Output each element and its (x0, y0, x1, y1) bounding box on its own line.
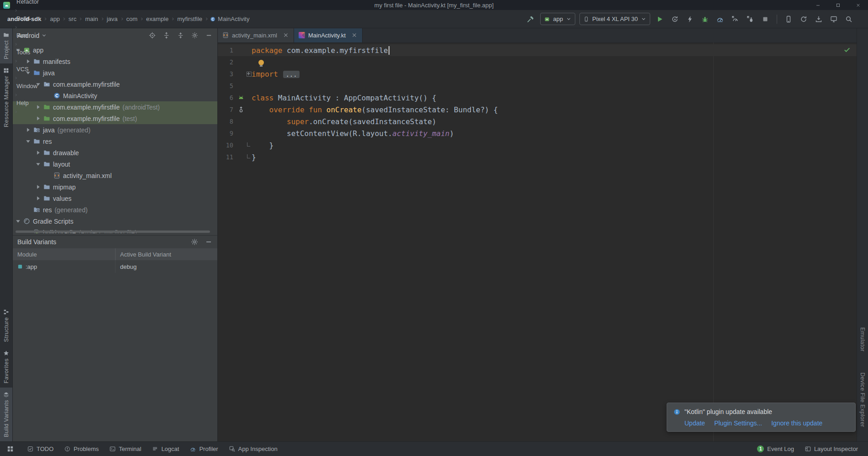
stripe-button-structure[interactable]: Structure (0, 305, 12, 346)
tree-item-app[interactable]: app (13, 44, 217, 56)
settings-button[interactable] (190, 31, 199, 40)
tree-item-java[interactable]: java (13, 67, 217, 79)
code-line-9[interactable]: 9 setContentView(R.layout.activity_main) (218, 127, 857, 139)
code-line-5[interactable]: 5 (218, 80, 857, 92)
stripe-button-resource-manager[interactable]: Resource Manager (0, 63, 12, 131)
editor-tab-activity-main-xml[interactable]: activity_main.xml (218, 28, 294, 42)
horizontal-scrollbar[interactable] (16, 231, 210, 233)
code-editor[interactable]: 1package com.example.myfirstfile23import… (218, 42, 857, 441)
stop-button[interactable] (760, 14, 771, 25)
override-gutter-icon[interactable] (237, 106, 246, 113)
tree-item-com-example-myfirstfile-test[interactable]: com.example.myfirstfile(test) (13, 113, 217, 124)
menu-item-build[interactable]: Build (14, 14, 42, 24)
build-variants-hide-button[interactable] (205, 238, 213, 246)
breadcrumb-java[interactable]: java (106, 15, 119, 23)
tree-collapsed-arrow-icon[interactable] (26, 127, 33, 132)
tree-item-java-generated[interactable]: java(generated) (13, 124, 217, 136)
stripe-button-device-file-explorer[interactable]: Device File Explorer (857, 370, 868, 430)
close-tab-icon[interactable] (283, 32, 289, 38)
maximize-button[interactable] (828, 0, 848, 10)
build-button[interactable] (525, 14, 536, 25)
fold-marker-end[interactable] (246, 139, 252, 151)
stripe-button-favorites[interactable]: Favorites (0, 346, 12, 388)
notification-action-ignore-this-update[interactable]: Ignore this update (771, 419, 822, 427)
breadcrumb-main[interactable]: main (84, 15, 99, 23)
tree-collapsed-arrow-icon[interactable] (36, 184, 43, 189)
attach-debugger-button[interactable] (745, 14, 756, 25)
debug-button[interactable] (700, 14, 710, 25)
code-line-3[interactable]: 3import ... (218, 68, 857, 80)
breadcrumb-src[interactable]: src (68, 15, 77, 23)
menu-item-window[interactable]: Window (14, 81, 42, 91)
active-build-variant[interactable]: debug (115, 260, 217, 273)
tree-collapsed-arrow-icon[interactable] (36, 196, 43, 201)
android-head-gutter-icon[interactable] (237, 94, 246, 101)
menu-item-refactor[interactable]: Refactor (14, 0, 42, 7)
statusbar-item-problems[interactable]: Problems (59, 442, 104, 456)
close-tab-icon[interactable] (351, 32, 358, 38)
tree-expanded-arrow-icon[interactable] (36, 162, 43, 167)
tree-item-mainactivity[interactable]: MainActivity (13, 90, 217, 101)
stripe-button-build-variants[interactable]: Build Variants (0, 388, 12, 441)
editor-tab-mainactivity-kt[interactable]: MainActivity.kt (294, 28, 363, 42)
tree-item-drawable[interactable]: drawable (13, 147, 217, 158)
sync-project-button[interactable] (798, 14, 809, 25)
profile-button[interactable] (715, 14, 726, 25)
inspection-ok-icon[interactable] (843, 46, 851, 53)
breadcrumb-com[interactable]: com (126, 15, 139, 23)
tree-item-values[interactable]: values (13, 193, 217, 204)
tree-item-gradle-scripts[interactable]: Gradle Scripts (13, 215, 217, 227)
tree-item-mipmap[interactable]: mipmap (13, 181, 217, 193)
notification-action-plugin-settings[interactable]: Plugin Settings... (714, 419, 762, 427)
run-button[interactable] (654, 14, 665, 25)
tree-item-activity-main-xml[interactable]: activity_main.xml (13, 170, 217, 181)
fold-marker-end[interactable] (246, 151, 252, 163)
code-line-7[interactable]: 7 override fun onCreate(savedInstanceSta… (218, 104, 857, 115)
breadcrumb-mainactivity[interactable]: MainActivity (217, 15, 250, 23)
hide-button[interactable] (205, 31, 213, 40)
device-manager-button[interactable] (783, 14, 794, 25)
breadcrumb-myfirstfile[interactable]: myfirstfile (176, 15, 203, 23)
notification-action-update[interactable]: Update (684, 419, 705, 427)
search-everywhere-button[interactable] (843, 14, 854, 25)
stripe-button-emulator[interactable]: Emulator (857, 325, 868, 354)
apply-changes-button[interactable] (669, 14, 680, 25)
select-opened-file-button[interactable] (148, 31, 156, 40)
statusbar-item-event-log[interactable]: 1Event Log (752, 442, 800, 456)
code-line-6[interactable]: 6class MainActivity : AppCompatActivity(… (218, 92, 857, 104)
code-line-11[interactable]: 11} (218, 151, 857, 163)
statusbar-item-app-inspection[interactable]: App Inspection (224, 442, 283, 456)
tree-item-com-example-myfirstfile-androidtest[interactable]: com.example.myfirstfile(androidTest) (13, 101, 217, 113)
menu-item-vcs[interactable]: VCS (14, 64, 42, 74)
tree-item-res-generated[interactable]: res(generated) (13, 204, 217, 215)
tree-expanded-arrow-icon[interactable] (26, 139, 33, 144)
breadcrumb-example[interactable]: example (145, 15, 169, 23)
tree-item-com-example-myfirstfile[interactable]: com.example.myfirstfile (13, 79, 217, 90)
build-variants-settings-button[interactable] (190, 238, 199, 246)
code-line-1[interactable]: 1package com.example.myfirstfile (218, 44, 857, 56)
menu-item-tools[interactable]: Tools (14, 47, 42, 58)
tool-window-switcher-button[interactable] (5, 444, 16, 455)
statusbar-item-logcat[interactable]: Logcat (147, 442, 184, 456)
tree-item-layout[interactable]: layout (13, 158, 217, 170)
statusbar-item-layout-inspector[interactable]: Layout Inspector (800, 442, 863, 456)
virtual-device-manager-button[interactable] (828, 14, 839, 25)
intention-bulb-icon[interactable] (258, 60, 264, 65)
attach-profiler-button[interactable] (730, 14, 741, 25)
code-line-8[interactable]: 8 super.onCreate(savedInstanceState) (218, 115, 857, 127)
device-select[interactable]: Pixel 4 XL API 30 (579, 13, 650, 25)
tree-expanded-arrow-icon[interactable] (16, 219, 23, 224)
tree-item-res[interactable]: res (13, 136, 217, 147)
build-variant-row[interactable]: :app debug (13, 260, 217, 273)
apply-code-changes-button[interactable] (684, 14, 695, 25)
expand-all-button[interactable] (162, 31, 170, 40)
fold-marker-plus[interactable] (246, 68, 252, 80)
menu-item-run[interactable]: Run (14, 31, 42, 41)
statusbar-item-todo[interactable]: TODO (22, 442, 59, 456)
tree-item-manifests[interactable]: manifests (13, 56, 217, 67)
statusbar-item-terminal[interactable]: Terminal (104, 442, 147, 456)
menu-item-help[interactable]: Help (14, 98, 42, 108)
code-line-2[interactable]: 2 (218, 56, 857, 68)
breadcrumb-app[interactable]: app (49, 15, 61, 23)
sdk-manager-button[interactable] (813, 14, 824, 25)
